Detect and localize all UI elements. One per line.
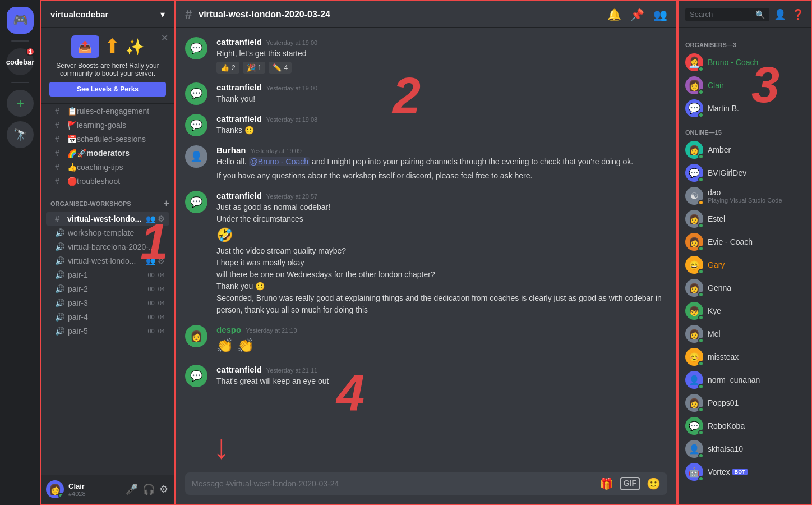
message-author: cattranfield <box>216 191 262 200</box>
member-info: Estel <box>708 214 725 223</box>
channel-item-vwl-active[interactable]: # virtual-west-londo... 👥 ⚙ <box>46 212 169 226</box>
message-timestamp: Yesterday at 19:00 <box>266 85 317 91</box>
reaction-party[interactable]: 🎉1 <box>243 62 266 74</box>
emoji-icon[interactable]: 🙂 <box>647 477 661 490</box>
gift-icon[interactable]: 🎁 <box>599 477 613 490</box>
search-box[interactable]: 🔍 <box>685 8 769 21</box>
online-dot <box>698 89 704 95</box>
pin-icon[interactable]: 📌 <box>630 8 644 21</box>
voice-icon: 🔊 <box>55 256 64 265</box>
members-icon[interactable]: 👥 <box>146 214 155 223</box>
member-info: dao Playing Visual Studio Code <box>708 188 782 204</box>
channel-item-rules[interactable]: # 📋rules-of-engagement <box>46 104 169 118</box>
member-item-dao[interactable]: ☯ dao Playing Visual Studio Code <box>681 185 809 207</box>
channel-item-sessions[interactable]: # 📅scheduled-sessions <box>46 132 169 146</box>
channel-item-troubleshoot[interactable]: # 🛑troubleshoot <box>46 175 169 188</box>
profile-icon[interactable]: 👤 <box>774 8 786 21</box>
channel-item-learning[interactable]: # 🚩learning-goals <box>46 118 169 132</box>
member-item-estel[interactable]: 👩 Estel <box>681 208 809 230</box>
online-dot <box>698 292 704 297</box>
member-avatar-dao: ☯ <box>685 187 703 205</box>
online-dot <box>698 476 704 481</box>
message-text: Thanks 🙂 <box>216 125 667 136</box>
channel-item-moderators[interactable]: # 🌈🚀moderators <box>46 146 169 160</box>
message-timestamp: Yesterday at 19:00 <box>266 39 317 46</box>
hash-icon: # <box>55 214 64 223</box>
member-item-vortex[interactable]: 🤖 Vortex BOT <box>681 461 809 483</box>
search-input[interactable] <box>690 10 753 19</box>
member-item-robokoba[interactable]: 💬 RoboKoba <box>681 415 809 437</box>
message-header: cattranfield Yesterday at 19:00 <box>216 37 667 47</box>
message-timestamp: Yesterday at 19:08 <box>266 116 317 123</box>
member-item-norm[interactable]: 👤 norm_cunanan <box>681 369 809 391</box>
member-item-clair[interactable]: 👩 Clair <box>681 74 809 97</box>
reaction-pencil[interactable]: ✏️4 <box>269 62 292 74</box>
member-info: Amber <box>708 145 731 154</box>
message-text: Just the video stream quality maybe? <box>216 245 667 257</box>
headphones-icon[interactable]: 🎧 <box>141 482 156 497</box>
member-name-evie: Evie - Coach <box>708 237 753 246</box>
channel-item-pair-3[interactable]: 🔊 pair-3 0004 <box>46 296 169 310</box>
channel-name-workshop-template: workshop-template <box>68 228 165 237</box>
header-icons: 🔔 📌 👥 <box>607 8 667 21</box>
channel-item-virtual-barcelona[interactable]: 🔊 virtual-barcelona-2020-... <box>46 240 169 254</box>
message-input[interactable] <box>192 472 595 495</box>
member-info: Genna <box>708 283 731 292</box>
message-header: Burhan Yesterday at 19:09 <box>216 145 667 155</box>
member-item-evie[interactable]: 👩 Evie - Coach <box>681 231 809 253</box>
message-group: 💬 cattranfield Yesterday at 19:00 Thank … <box>185 82 667 105</box>
message-text: That's great will keep an eye out <box>216 375 667 387</box>
member-item-popps[interactable]: 👩 Popps01 <box>681 392 809 414</box>
member-avatar-missteax: 😊 <box>685 348 703 366</box>
server-icon-codebar[interactable]: codebar 1 <box>7 48 34 75</box>
messages-area[interactable]: 💬 cattranfield Yesterday at 19:00 Right,… <box>176 28 676 468</box>
channel-name-learning: 🚩learning-goals <box>67 121 165 130</box>
discover-servers-button[interactable]: 🔭 <box>7 121 34 148</box>
online-dot <box>698 315 704 320</box>
members-icon-2[interactable]: 👥 <box>146 256 155 265</box>
add-server-button[interactable]: + <box>7 90 34 117</box>
message-content: cattranfield Yesterday at 19:00 Right, l… <box>216 37 667 74</box>
member-item-bvigirldev[interactable]: 💬 BVIGirlDev <box>681 162 809 184</box>
channel-item-pair-4[interactable]: 🔊 pair-4 0004 <box>46 310 169 324</box>
channel-list: # 📋rules-of-engagement # 🚩learning-goals… <box>41 104 174 475</box>
member-item-missteax[interactable]: 😊 missteax <box>681 346 809 368</box>
member-item-mel[interactable]: 👩 Mel <box>681 323 809 345</box>
channel-item-workshop-template[interactable]: 🔊 workshop-template <box>46 226 169 240</box>
member-item-kye[interactable]: 👦 Kye <box>681 300 809 322</box>
see-levels-perks-button[interactable]: See Levels & Perks <box>49 82 166 97</box>
channel-item-pair-2[interactable]: 🔊 pair-2 0004 <box>46 282 169 296</box>
discord-home-button[interactable]: 🎮 <box>7 7 34 34</box>
members-list-icon[interactable]: 👥 <box>653 8 667 21</box>
server-header[interactable]: virtualcodebar ▾ <box>41 1 174 28</box>
settings-icon[interactable]: ⚙ <box>158 482 169 497</box>
gear-icon-2[interactable]: ⚙ <box>158 256 165 265</box>
member-item-genna[interactable]: 👩 Genna <box>681 277 809 299</box>
organised-workshops-header[interactable]: ORGANISED-WORKSHOPS + <box>41 189 174 212</box>
channel-item-coaching[interactable]: # 👍coaching-tips <box>46 160 169 174</box>
gif-icon[interactable]: GIF <box>620 477 640 490</box>
add-channel-button[interactable]: + <box>163 198 169 209</box>
channel-item-vwl-2[interactable]: 🔊 virtual-west-londo... 👥 ⚙ <box>46 254 169 268</box>
help-icon[interactable]: ❓ <box>792 8 804 21</box>
channel-name-troubleshoot: 🛑troubleshoot <box>67 177 165 186</box>
online-dot <box>698 338 704 343</box>
microphone-icon[interactable]: 🎤 <box>124 482 139 497</box>
reaction-thumbsup[interactable]: 👍2 <box>216 62 239 74</box>
message-group: 💬 cattranfield Yesterday at 19:00 Right,… <box>185 37 667 74</box>
member-item-amber[interactable]: 👩 Amber <box>681 139 809 161</box>
member-item-bruno[interactable]: 👩‍💼 Bruno - Coach <box>681 51 809 74</box>
member-item-skhalsa[interactable]: 👤 skhalsa10 <box>681 438 809 460</box>
member-item-martin[interactable]: 💬 Martin B. <box>681 97 809 120</box>
message-content: cattranfield Yesterday at 19:08 Thanks 🙂 <box>216 114 667 136</box>
close-banner-button[interactable]: ✕ <box>161 33 168 43</box>
notification-bell-icon[interactable]: 🔔 <box>607 8 621 21</box>
message-avatar: 💬 <box>185 82 207 105</box>
channel-item-pair-1[interactable]: 🔊 pair-1 0004 <box>46 268 169 282</box>
member-avatar-norm: 👤 <box>685 371 703 389</box>
member-item-gary[interactable]: 😄 Gary <box>681 254 809 276</box>
channel-item-pair-5[interactable]: 🔊 pair-5 0004 <box>46 324 169 338</box>
channel-name-coaching: 👍coaching-tips <box>67 163 165 172</box>
gear-icon[interactable]: ⚙ <box>158 214 165 223</box>
member-info: missteax <box>708 352 739 361</box>
